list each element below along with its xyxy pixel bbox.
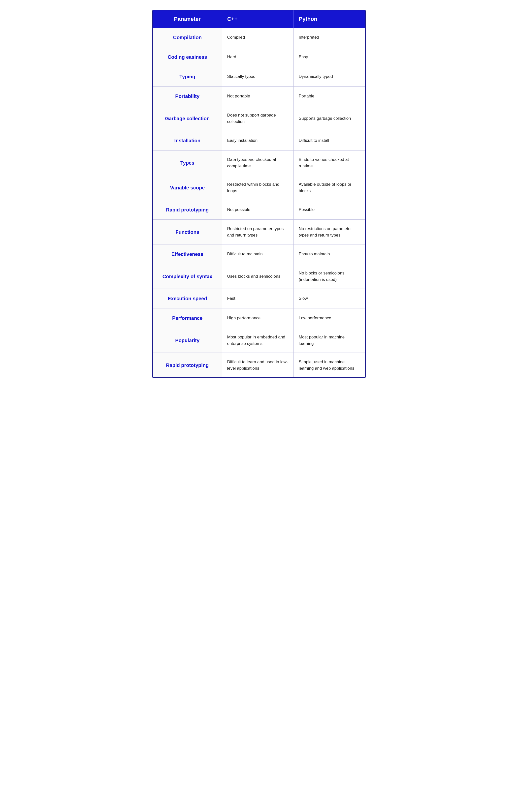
cell-cpp: Uses blocks and semicolons [222, 264, 294, 289]
table-row: PortabilityNot portablePortable [153, 87, 365, 106]
cell-parameter: Popularity [153, 328, 222, 353]
table-row: TypesData types are checked at compile t… [153, 150, 365, 175]
cell-cpp: Fast [222, 289, 294, 309]
table-row: Rapid prototypingDifficult to learn and … [153, 353, 365, 378]
table-row: Complexity of syntaxUses blocks and semi… [153, 264, 365, 289]
cell-parameter: Execution speed [153, 289, 222, 309]
table-row: PopularityMost popular in embedded and e… [153, 328, 365, 353]
table-row: Execution speedFastSlow [153, 289, 365, 309]
cell-cpp: Data types are checked at compile time [222, 150, 294, 175]
cell-python: Possible [294, 200, 365, 220]
table-row: PerformanceHigh performanceLow performan… [153, 309, 365, 328]
table-header-row: Parameter C++ Python [153, 10, 365, 28]
cell-parameter: Portability [153, 87, 222, 106]
header-cpp: C++ [222, 10, 294, 28]
table-row: EffectivenessDifficult to maintainEasy t… [153, 244, 365, 264]
cell-parameter: Installation [153, 131, 222, 150]
table-row: Garbage collectionDoes not support garba… [153, 106, 365, 131]
cell-python: Easy [294, 47, 365, 67]
cell-parameter: Rapid prototyping [153, 200, 222, 220]
cell-parameter: Rapid prototyping [153, 353, 222, 378]
cell-parameter: Effectiveness [153, 244, 222, 264]
cell-python: Supports garbage collection [294, 106, 365, 131]
cell-parameter: Performance [153, 309, 222, 328]
cell-python: No restrictions on parameter types and r… [294, 220, 365, 244]
cell-cpp: Not portable [222, 87, 294, 106]
header-python: Python [294, 10, 365, 28]
cell-parameter: Variable scope [153, 175, 222, 200]
cell-python: Simple, used in machine learning and web… [294, 353, 365, 378]
table-row: Variable scopeRestricted within blocks a… [153, 175, 365, 200]
cell-python: Binds to values checked at runtime [294, 150, 365, 175]
cell-parameter: Compilation [153, 28, 222, 47]
cell-cpp: Easy installation [222, 131, 294, 150]
table-row: TypingStatically typedDynamically typed [153, 67, 365, 87]
cell-python: Low performance [294, 309, 365, 328]
cell-cpp: Compiled [222, 28, 294, 47]
table-row: CompilationCompiledInterpreted [153, 28, 365, 47]
cell-parameter: Functions [153, 220, 222, 244]
cell-cpp: Difficult to maintain [222, 244, 294, 264]
cell-python: Dynamically typed [294, 67, 365, 87]
cell-cpp: Restricted within blocks and loops [222, 175, 294, 200]
table-row: Coding easinessHardEasy [153, 47, 365, 67]
cell-cpp: Hard [222, 47, 294, 67]
header-parameter: Parameter [153, 10, 222, 28]
cell-cpp: Does not support garbage collection [222, 106, 294, 131]
cell-python: Portable [294, 87, 365, 106]
cell-parameter: Coding easiness [153, 47, 222, 67]
table-row: Rapid prototypingNot possiblePossible [153, 200, 365, 220]
cell-cpp: Difficult to learn and used in low-level… [222, 353, 294, 378]
cell-parameter: Complexity of syntax [153, 264, 222, 289]
table-row: InstallationEasy installationDifficult t… [153, 131, 365, 150]
cell-python: Slow [294, 289, 365, 309]
cell-python: Easy to maintain [294, 244, 365, 264]
cell-parameter: Typing [153, 67, 222, 87]
cell-python: Difficult to install [294, 131, 365, 150]
cell-cpp: High performance [222, 309, 294, 328]
cell-python: No blocks or semicolons (indentation is … [294, 264, 365, 289]
cell-parameter: Types [153, 150, 222, 175]
cell-cpp: Statically typed [222, 67, 294, 87]
cell-python: Interpreted [294, 28, 365, 47]
cell-cpp: Not possible [222, 200, 294, 220]
cell-cpp: Restricted on parameter types and return… [222, 220, 294, 244]
cell-parameter: Garbage collection [153, 106, 222, 131]
cell-cpp: Most popular in embedded and enterprise … [222, 328, 294, 353]
cell-python: Most popular in machine learning [294, 328, 365, 353]
table-row: FunctionsRestricted on parameter types a… [153, 220, 365, 244]
cell-python: Available outside of loops or blocks [294, 175, 365, 200]
comparison-table: Parameter C++ Python CompilationCompiled… [152, 10, 366, 378]
